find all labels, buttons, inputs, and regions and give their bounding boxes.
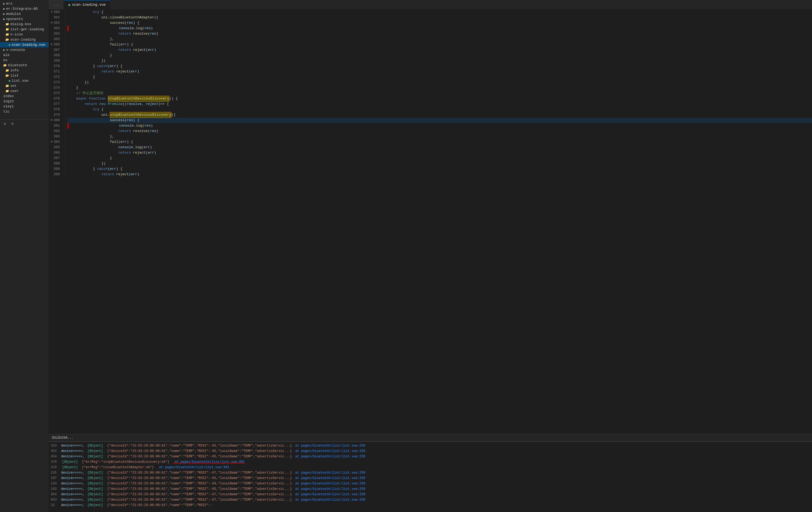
folder-open-icon: 📂 [5, 74, 9, 77]
sidebar-item-erx[interactable]: ▶ erx [0, 1, 49, 6]
sidebar-item-user[interactable]: 📁 user [0, 88, 49, 93]
tab-label: scan-loading.vue [72, 3, 106, 7]
log-line-9: 243 device=====, [Object] {"deviceId":"2… [51, 486, 810, 492]
log-line-6: 235 device=====, [Object] {"deviceId":"2… [51, 470, 810, 476]
line-num-384: ▼384 [51, 139, 63, 145]
code-line-365: }, [67, 36, 812, 42]
console-panel: DSLDU20A... 423 device=====, [Object] {"… [49, 434, 812, 512]
sidebar-item-index[interactable]: index [0, 93, 49, 99]
sidebar-item-info[interactable]: 📁 info [0, 68, 49, 73]
folder-icon: ▶ [3, 48, 5, 52]
line-num-387: 387 [51, 156, 63, 161]
log-line-12: 32 device=====, [Object] {"deviceId":"23… [51, 503, 810, 508]
line-num-360: ▼360 [51, 9, 63, 15]
line-num-363: 363 [51, 26, 63, 31]
log-line-8: 134 device=====, [Object] {"deviceId":"2… [51, 481, 810, 486]
sidebar-item-n-icon[interactable]: 📁 n-icon [0, 32, 49, 37]
code-line-372: } [67, 74, 812, 80]
code-line-360: try { [67, 9, 812, 15]
folder-icon: ▶ [3, 17, 5, 21]
code-line-378: try { [67, 107, 812, 112]
sidebar-item-scan-loading-vue[interactable]: ◼ scan-loading.vue [0, 42, 49, 47]
code-line-371: return reject(err) [67, 69, 812, 74]
line-num-389: 389 [51, 166, 63, 172]
sidebar-item-list-get-loading[interactable]: 📁 list-get-loading [0, 27, 49, 32]
folder-icon: 📁 [5, 28, 9, 31]
log-line-7: 297 device=====, [Object] {"deviceId":"2… [51, 476, 810, 481]
sidebar-item-dialog-box[interactable]: 📁 dialog-box [0, 22, 49, 27]
sidebar-bottom: ⚙ ⊕ [0, 119, 49, 127]
console-area[interactable]: 423 device=====, [Object] {"deviceId":"2… [49, 442, 812, 512]
code-line-380: success(res) { [67, 118, 812, 123]
line-num-388: 388 [51, 161, 63, 166]
line-num-383: 383 [51, 134, 63, 139]
sidebar-item-er-integrate[interactable]: ▶ er-Integrate-AS [0, 6, 49, 11]
folder-icon: 📁 [5, 23, 9, 26]
log-line-1: 423 device=====, [Object] {"deviceId":"2… [51, 443, 810, 449]
line-num-368: 368 [51, 53, 63, 58]
log-line-5: 470 [Object] {"errMsg":"closeBluetoothAd… [51, 465, 810, 470]
code-line-387: } [67, 156, 812, 161]
code-line-379: uni.stopBluetoothDevicesDiscovery({ [67, 112, 812, 118]
line-num-377: 377 [51, 102, 63, 107]
console-header: DSLDU20A... [49, 434, 812, 442]
sidebar-item-list[interactable]: 📂 list [0, 73, 49, 78]
line-num-382: 382 [51, 129, 63, 134]
folder-icon: ▶ [3, 12, 5, 16]
vue-icon: ◼ [68, 3, 70, 7]
sidebar-item-tic[interactable]: tic [0, 109, 49, 114]
code-line-390: return reject(err) [67, 172, 812, 177]
code-line-374: } [67, 85, 812, 90]
line-num-371: 371 [51, 69, 63, 74]
code-line-369: }) [67, 58, 812, 63]
code-line-375: // 停止蓝牙模块 [67, 90, 812, 96]
code-line-381: console.log(res) [67, 123, 812, 129]
log-line-11: 843 device=====, [Object] {"deviceId":"2… [51, 497, 810, 503]
sidebar-item-scan-loading[interactable]: 📂 scan-loading [0, 37, 49, 42]
line-num-364: 364 [51, 31, 63, 36]
sidebar-item-list-vue[interactable]: ◼ list.vue [0, 78, 49, 83]
sidebar-item-login[interactable]: login [0, 99, 49, 104]
code-line-362: success(res) { [67, 20, 812, 26]
sidebar-item-es[interactable]: es [0, 58, 49, 63]
line-num-385: 385 [51, 145, 63, 150]
sidebar: ▶ erx ▶ er-Integrate-AS ▶ modules ▶ npon… [0, 0, 49, 512]
editor-area[interactable]: ▼360 361 ▼362 363 364 365 ▼366 367 368 3… [49, 9, 812, 434]
tab-scan-loading-vue[interactable]: ◼ scan-loading.vue [64, 0, 110, 9]
line-num-381: 381 [51, 123, 63, 129]
folder-icon: 📁 [5, 84, 9, 88]
code-line-370: } catch(err) { [67, 63, 812, 69]
line-num-370: 370 [51, 63, 63, 69]
sidebar-item-bluetooth[interactable]: 📂 bluetooth [0, 63, 49, 68]
code-line-386: return reject(err) [67, 150, 812, 156]
tab-bar: ... ◼ scan-loading.vue [49, 0, 812, 9]
line-num-369: 369 [51, 58, 63, 63]
line-num-386: 386 [51, 150, 63, 156]
line-num-367: 367 [51, 47, 63, 53]
sidebar-item-xieyi[interactable]: xieyi [0, 104, 49, 109]
code-line-385: console.log(err) [67, 145, 812, 150]
code-line-373: }) [67, 80, 812, 85]
code-line-367: return reject(err) [67, 47, 812, 53]
folder-icon: 📁 [5, 69, 9, 72]
line-num-374: 374 [51, 85, 63, 90]
remote-icon[interactable]: ⊕ [10, 121, 15, 126]
line-num-362: ▼362 [51, 20, 63, 26]
sidebar-item-set[interactable]: 📁 set [0, 83, 49, 88]
sidebar-item-nponents[interactable]: ▶ nponents [0, 17, 49, 22]
line-num-376: 376 [51, 96, 63, 102]
code-line-376: async function stopBluetoothDevicesDisco… [67, 96, 812, 102]
sidebar-item-ale[interactable]: ale [0, 52, 49, 58]
code-line-377: return new Promise((resolve, reject)=> { [67, 102, 812, 107]
code-lines: try { uni.closeBluetoothAdapter({ succes… [65, 9, 812, 177]
tab-ellipsis[interactable]: ... [49, 0, 64, 9]
log-line-4: 470 [Object] {"errMsg":"stopBluetoothDev… [51, 459, 810, 465]
settings-icon[interactable]: ⚙ [2, 121, 7, 126]
code-line-368: } [67, 53, 812, 58]
code-line-389: } catch(err) { [67, 166, 812, 172]
code-line-366: fail(err) { [67, 42, 812, 47]
sidebar-item-v-console[interactable]: ▶ v-console [0, 47, 49, 52]
tab-label: ... [53, 3, 59, 7]
log-line-3: 454 device=====, [Object] {"deviceId":"2… [51, 454, 810, 459]
sidebar-item-modules[interactable]: ▶ modules [0, 11, 49, 17]
